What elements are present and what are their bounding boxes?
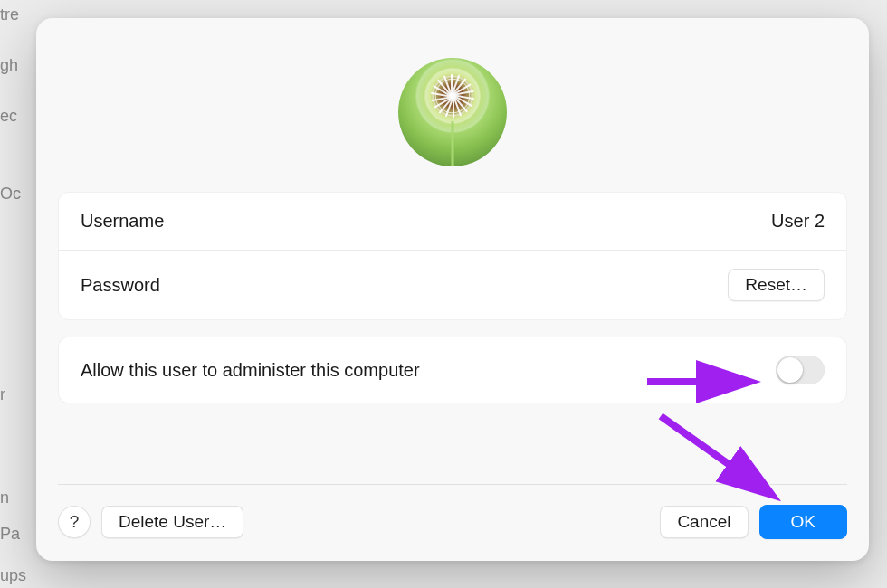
admin-toggle[interactable]	[776, 356, 825, 384]
bg-fragment: r	[0, 385, 5, 404]
help-button[interactable]: ?	[58, 506, 91, 538]
bg-fragment: Oc	[0, 185, 21, 204]
password-row: Password Reset…	[59, 250, 846, 319]
admin-group: Allow this user to administer this compu…	[58, 337, 847, 403]
bg-fragment: Pa	[0, 525, 20, 544]
help-icon: ?	[70, 512, 80, 532]
bg-fragment: tre	[0, 5, 19, 24]
bg-fragment: ups	[0, 566, 26, 585]
delete-user-button[interactable]: Delete User…	[101, 506, 243, 538]
dandelion-icon	[398, 58, 507, 166]
user-edit-dialog: Username User 2 Password Reset… Allow th…	[36, 18, 869, 561]
bg-fragment: ec	[0, 107, 17, 126]
admin-label: Allow this user to administer this compu…	[81, 360, 420, 381]
bg-fragment: gh	[0, 56, 18, 75]
cancel-button[interactable]: Cancel	[660, 506, 748, 538]
dialog-footer: ? Delete User… Cancel OK	[58, 484, 847, 539]
admin-row: Allow this user to administer this compu…	[59, 337, 846, 403]
password-label: Password	[81, 275, 160, 296]
credentials-group: Username User 2 Password Reset…	[58, 192, 847, 320]
toggle-knob	[777, 357, 803, 383]
dialog-spacer	[58, 420, 847, 484]
username-row: Username User 2	[59, 193, 846, 250]
user-avatar[interactable]	[398, 58, 507, 166]
ok-button[interactable]: OK	[759, 505, 847, 539]
username-value: User 2	[771, 211, 825, 232]
username-label: Username	[81, 211, 164, 232]
reset-password-button[interactable]: Reset…	[728, 269, 825, 301]
avatar-container	[58, 40, 847, 192]
bg-fragment: n	[0, 488, 9, 507]
